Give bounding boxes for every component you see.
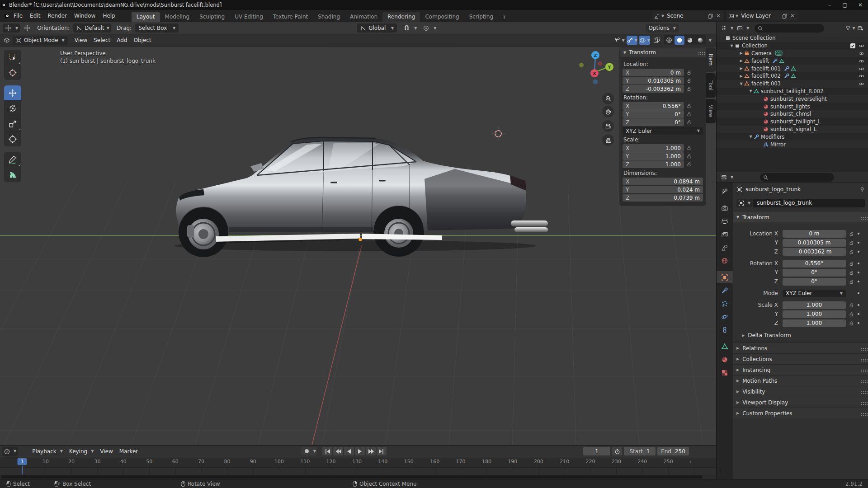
tool-select-box[interactable] — [4, 50, 21, 65]
section-viewport-display[interactable]: ▶Viewport Display — [733, 397, 868, 408]
menu-render[interactable]: Render — [44, 11, 71, 20]
tool-measure[interactable] — [4, 167, 21, 182]
lock-icon[interactable] — [687, 162, 692, 167]
timeline-ruler[interactable]: 1 ‹ 102030405060708090100110120130140150… — [0, 457, 716, 468]
object-id-icon[interactable]: ▼ — [736, 199, 752, 207]
jump-start-button[interactable] — [322, 447, 332, 455]
section-visibility[interactable]: ▶Visibility — [733, 386, 868, 397]
workspace-tab-modeling[interactable]: Modeling — [160, 12, 195, 22]
properties-tab-object[interactable] — [717, 271, 733, 283]
npanel-field-rotation-x[interactable]: X0.556° — [623, 102, 684, 110]
npanel-field-location-z[interactable]: Z-0.003362 m — [623, 85, 684, 93]
outliner-item-sunburst-taillight-r-002[interactable]: ▼sunburst_taillight_R.002 — [717, 88, 868, 95]
outliner-item-sunburst-chmsl[interactable]: sunburst_chmsl — [717, 110, 868, 118]
play-button[interactable] — [355, 447, 365, 455]
drag-dots[interactable] — [698, 52, 699, 53]
animate-dot[interactable] — [858, 251, 859, 253]
scene-selector[interactable]: ▼ Scene ✕ — [652, 11, 724, 20]
snap-toggle[interactable] — [401, 23, 411, 33]
animate-dot[interactable] — [858, 304, 859, 306]
properties-tab-constraints[interactable] — [717, 324, 733, 336]
viewport-editor-type-dropdown[interactable] — [2, 35, 12, 45]
lock-icon[interactable] — [687, 154, 692, 159]
workspace-tab-sculpting[interactable]: Sculpting — [194, 12, 230, 22]
properties-tab-texture[interactable] — [717, 366, 733, 379]
view-layer-remove-icon[interactable]: ✕ — [789, 11, 796, 20]
npanel-tab-item[interactable]: Item — [706, 47, 716, 72]
outliner-item-facelift-003[interactable]: ▼facelift.003 — [717, 80, 868, 88]
view-layer-copy-icon[interactable] — [780, 11, 789, 20]
properties-tab-world[interactable] — [717, 254, 733, 267]
lock-icon[interactable] — [849, 230, 854, 237]
outliner-item-mirror[interactable]: Mirror — [717, 141, 868, 148]
keying-set-chevron[interactable]: ▼ — [313, 449, 316, 453]
jump-end-button[interactable] — [377, 447, 387, 455]
lock-icon[interactable] — [849, 311, 854, 317]
menu-file[interactable]: File — [10, 11, 26, 20]
outliner-item-modifiers[interactable]: ▼Modifiers — [717, 133, 868, 141]
npanel-tab-view[interactable]: View — [706, 99, 716, 123]
breadcrumb-object-name[interactable]: sunburst_logo_trunk — [745, 186, 801, 192]
workspace-tab-texture-paint[interactable]: Texture Paint — [268, 12, 313, 22]
outliner-item-facelift[interactable]: ▶facelift — [717, 57, 868, 65]
npanel-transform-header[interactable]: ▼ Transform — [620, 47, 706, 57]
proportional-editing-toggle[interactable] — [421, 23, 431, 33]
options-dropdown[interactable]: Options▼ — [646, 23, 679, 33]
active-tool-dropdown[interactable]: ▼ — [3, 23, 20, 33]
lock-icon[interactable] — [849, 249, 854, 255]
transform-field[interactable]: 1.000 — [783, 310, 846, 318]
zoom-button[interactable] — [602, 93, 614, 104]
view-layer-name[interactable]: View Layer — [738, 13, 774, 19]
section-motion-paths[interactable]: ▶Motion Paths — [733, 375, 868, 386]
navigation-gizmo[interactable]: Z Y X — [577, 50, 618, 93]
shading-wireframe-button[interactable] — [664, 36, 674, 45]
hide-eye-icon[interactable] — [859, 73, 864, 79]
outliner-item-sunburst-taillight-l[interactable]: sunburst_taillight_L — [717, 118, 868, 126]
section-collections[interactable]: ▶Collections — [733, 353, 868, 364]
properties-tab-viewlayer[interactable] — [717, 228, 733, 240]
transform-field[interactable]: 0 m — [783, 230, 846, 238]
overlays-toggle[interactable]: ▼ — [639, 36, 650, 45]
outliner-item-sunburst-signal-l[interactable]: sunburst_signal_L — [717, 126, 868, 133]
lock-icon[interactable] — [687, 145, 692, 151]
viewport-menu-object[interactable]: Object — [131, 35, 155, 45]
playhead[interactable] — [22, 466, 23, 474]
minimize-button[interactable]: – — [822, 0, 837, 10]
transform-field[interactable]: 1.000 — [783, 319, 846, 327]
current-frame-badge[interactable]: 1 — [18, 458, 27, 465]
animate-dot[interactable] — [858, 263, 859, 264]
collapse-chevron[interactable]: ‹ — [689, 459, 691, 464]
properties-tab-tool[interactable] — [717, 185, 733, 197]
outliner-display-mode-dropdown[interactable]: ▼ — [735, 23, 751, 33]
toggle-ortho-button[interactable] — [602, 134, 614, 146]
properties-tab-material[interactable] — [717, 353, 733, 366]
tool-rotate[interactable] — [4, 101, 21, 116]
scene-name[interactable]: Scene — [664, 13, 686, 19]
view-layer-selector[interactable]: ▼ View Layer ✕ — [726, 11, 798, 20]
animate-dot[interactable] — [858, 292, 859, 294]
shading-material-button[interactable] — [685, 36, 695, 45]
workspace-tab-animation[interactable]: Animation — [345, 12, 382, 22]
proportional-settings-chevron[interactable]: ▼ — [434, 26, 436, 30]
lock-icon[interactable] — [687, 70, 692, 75]
workspace-tab-scripting[interactable]: Scripting — [464, 12, 498, 22]
timeline-track[interactable] — [0, 468, 716, 474]
menu-help[interactable]: Help — [99, 11, 118, 20]
collection-checkbox[interactable] — [850, 43, 855, 48]
workspace-tab-uv-editing[interactable]: UV Editing — [230, 12, 268, 22]
transform-field[interactable]: 1.000 — [783, 301, 846, 309]
outliner-editor-type-dropdown[interactable]: ▼ — [719, 23, 735, 33]
transform-field[interactable]: 0.010305 m — [783, 239, 846, 247]
transform-panel-header[interactable]: ▼ Transform — [733, 212, 868, 222]
npanel-field-rotation-z[interactable]: Z0° — [623, 118, 684, 126]
frame-start-field[interactable]: Start1 — [624, 447, 656, 455]
properties-tab-particles[interactable] — [717, 297, 733, 310]
lock-icon[interactable] — [849, 320, 854, 326]
properties-tab-modifiers[interactable] — [717, 284, 733, 296]
shading-settings-chevron[interactable]: ▼ — [709, 38, 712, 42]
timeline-menu-keying[interactable]: Keying▼ — [66, 446, 97, 456]
lock-icon[interactable] — [687, 86, 692, 92]
lock-icon[interactable] — [849, 269, 854, 276]
properties-tab-scene[interactable] — [717, 241, 733, 253]
lock-icon[interactable] — [849, 302, 854, 308]
